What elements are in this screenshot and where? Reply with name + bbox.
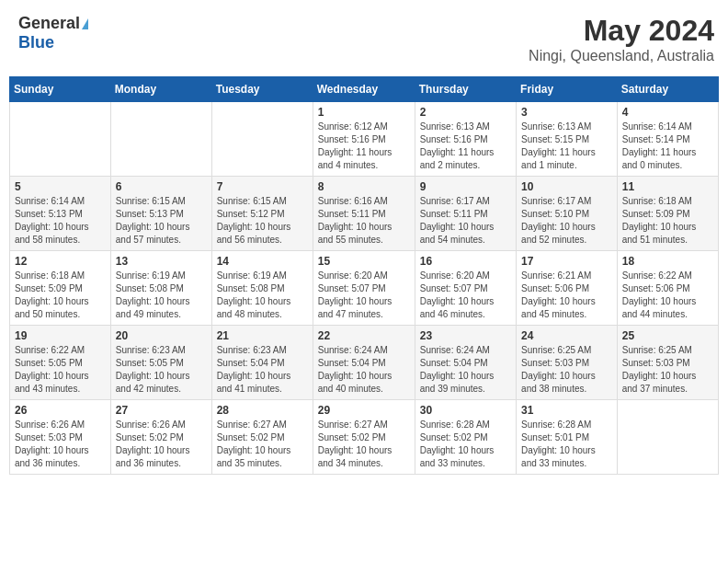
column-header-saturday: Saturday bbox=[617, 77, 718, 102]
month-title: May 2024 bbox=[529, 14, 714, 48]
day-info: Sunrise: 6:15 AM Sunset: 5:12 PM Dayligh… bbox=[217, 195, 308, 247]
day-number: 21 bbox=[217, 329, 308, 342]
day-number: 28 bbox=[217, 404, 308, 417]
week-row-3: 12Sunrise: 6:18 AM Sunset: 5:09 PM Dayli… bbox=[10, 251, 719, 326]
day-number: 5 bbox=[15, 180, 106, 193]
day-info: Sunrise: 6:17 AM Sunset: 5:10 PM Dayligh… bbox=[521, 195, 612, 247]
day-cell: 12Sunrise: 6:18 AM Sunset: 5:09 PM Dayli… bbox=[10, 251, 111, 326]
day-number: 11 bbox=[622, 180, 713, 193]
day-number: 3 bbox=[521, 106, 612, 119]
logo-triangle-icon bbox=[82, 18, 88, 29]
day-number: 18 bbox=[622, 255, 713, 268]
day-number: 15 bbox=[318, 255, 410, 268]
day-cell: 19Sunrise: 6:22 AM Sunset: 5:05 PM Dayli… bbox=[10, 326, 111, 400]
day-cell: 7Sunrise: 6:15 AM Sunset: 5:12 PM Daylig… bbox=[211, 177, 313, 251]
week-row-4: 19Sunrise: 6:22 AM Sunset: 5:05 PM Dayli… bbox=[10, 326, 719, 400]
column-header-thursday: Thursday bbox=[415, 77, 516, 102]
day-number: 4 bbox=[622, 106, 713, 119]
day-cell: 21Sunrise: 6:23 AM Sunset: 5:04 PM Dayli… bbox=[211, 326, 313, 400]
day-info: Sunrise: 6:24 AM Sunset: 5:04 PM Dayligh… bbox=[318, 344, 410, 396]
logo: General Blue bbox=[18, 14, 88, 52]
day-number: 2 bbox=[420, 106, 511, 119]
day-info: Sunrise: 6:20 AM Sunset: 5:07 PM Dayligh… bbox=[318, 270, 410, 321]
day-info: Sunrise: 6:26 AM Sunset: 5:03 PM Dayligh… bbox=[15, 419, 106, 470]
day-cell: 31Sunrise: 6:28 AM Sunset: 5:01 PM Dayli… bbox=[517, 400, 618, 475]
day-number: 22 bbox=[318, 329, 410, 342]
logo-blue-text: Blue bbox=[18, 33, 54, 52]
day-number: 1 bbox=[318, 106, 410, 119]
day-cell: 10Sunrise: 6:17 AM Sunset: 5:10 PM Dayli… bbox=[517, 177, 618, 251]
day-cell: 1Sunrise: 6:12 AM Sunset: 5:16 PM Daylig… bbox=[313, 102, 415, 177]
week-row-2: 5Sunrise: 6:14 AM Sunset: 5:13 PM Daylig… bbox=[10, 177, 719, 251]
day-cell: 9Sunrise: 6:17 AM Sunset: 5:11 PM Daylig… bbox=[415, 177, 516, 251]
column-header-wednesday: Wednesday bbox=[313, 77, 415, 102]
day-number: 31 bbox=[521, 404, 612, 417]
day-info: Sunrise: 6:19 AM Sunset: 5:08 PM Dayligh… bbox=[217, 270, 308, 321]
calendar-table: SundayMondayTuesdayWednesdayThursdayFrid… bbox=[9, 76, 719, 475]
day-info: Sunrise: 6:27 AM Sunset: 5:02 PM Dayligh… bbox=[217, 419, 308, 470]
day-cell: 30Sunrise: 6:28 AM Sunset: 5:02 PM Dayli… bbox=[415, 400, 516, 475]
day-cell: 27Sunrise: 6:26 AM Sunset: 5:02 PM Dayli… bbox=[110, 400, 211, 475]
day-number: 8 bbox=[318, 180, 410, 193]
day-info: Sunrise: 6:25 AM Sunset: 5:03 PM Dayligh… bbox=[622, 344, 713, 396]
day-number: 9 bbox=[420, 180, 511, 193]
day-number: 26 bbox=[15, 404, 106, 417]
day-info: Sunrise: 6:22 AM Sunset: 5:05 PM Dayligh… bbox=[15, 344, 106, 396]
day-cell bbox=[110, 102, 211, 177]
day-number: 24 bbox=[521, 329, 612, 342]
day-number: 20 bbox=[116, 329, 207, 342]
column-header-sunday: Sunday bbox=[10, 77, 111, 102]
day-info: Sunrise: 6:16 AM Sunset: 5:11 PM Dayligh… bbox=[318, 195, 410, 247]
day-info: Sunrise: 6:28 AM Sunset: 5:02 PM Dayligh… bbox=[420, 419, 511, 470]
day-number: 30 bbox=[420, 404, 511, 417]
day-info: Sunrise: 6:14 AM Sunset: 5:14 PM Dayligh… bbox=[622, 121, 713, 172]
day-info: Sunrise: 6:24 AM Sunset: 5:04 PM Dayligh… bbox=[420, 344, 511, 396]
day-number: 14 bbox=[217, 255, 308, 268]
day-cell bbox=[211, 102, 313, 177]
column-header-tuesday: Tuesday bbox=[211, 77, 313, 102]
day-cell: 29Sunrise: 6:27 AM Sunset: 5:02 PM Dayli… bbox=[313, 400, 415, 475]
day-number: 12 bbox=[15, 255, 106, 268]
day-cell: 11Sunrise: 6:18 AM Sunset: 5:09 PM Dayli… bbox=[617, 177, 718, 251]
day-cell bbox=[617, 400, 718, 475]
day-number: 23 bbox=[420, 329, 511, 342]
header-row: SundayMondayTuesdayWednesdayThursdayFrid… bbox=[10, 77, 719, 102]
day-info: Sunrise: 6:21 AM Sunset: 5:06 PM Dayligh… bbox=[521, 270, 612, 321]
day-info: Sunrise: 6:12 AM Sunset: 5:16 PM Dayligh… bbox=[318, 121, 410, 172]
day-number: 25 bbox=[622, 329, 713, 342]
day-info: Sunrise: 6:13 AM Sunset: 5:16 PM Dayligh… bbox=[420, 121, 511, 172]
column-header-friday: Friday bbox=[517, 77, 618, 102]
week-row-5: 26Sunrise: 6:26 AM Sunset: 5:03 PM Dayli… bbox=[10, 400, 719, 475]
day-number: 10 bbox=[521, 180, 612, 193]
day-cell: 25Sunrise: 6:25 AM Sunset: 5:03 PM Dayli… bbox=[617, 326, 718, 400]
day-cell: 23Sunrise: 6:24 AM Sunset: 5:04 PM Dayli… bbox=[415, 326, 516, 400]
day-number: 19 bbox=[15, 329, 106, 342]
header: General Blue May 2024 Ningi, Queensland,… bbox=[9, 9, 719, 69]
day-cell: 8Sunrise: 6:16 AM Sunset: 5:11 PM Daylig… bbox=[313, 177, 415, 251]
day-cell: 15Sunrise: 6:20 AM Sunset: 5:07 PM Dayli… bbox=[313, 251, 415, 326]
day-info: Sunrise: 6:28 AM Sunset: 5:01 PM Dayligh… bbox=[521, 419, 612, 470]
day-info: Sunrise: 6:23 AM Sunset: 5:04 PM Dayligh… bbox=[217, 344, 308, 396]
day-number: 16 bbox=[420, 255, 511, 268]
day-cell: 22Sunrise: 6:24 AM Sunset: 5:04 PM Dayli… bbox=[313, 326, 415, 400]
week-row-1: 1Sunrise: 6:12 AM Sunset: 5:16 PM Daylig… bbox=[10, 102, 719, 177]
day-cell: 17Sunrise: 6:21 AM Sunset: 5:06 PM Dayli… bbox=[517, 251, 618, 326]
day-number: 13 bbox=[116, 255, 207, 268]
day-cell: 28Sunrise: 6:27 AM Sunset: 5:02 PM Dayli… bbox=[211, 400, 313, 475]
day-info: Sunrise: 6:18 AM Sunset: 5:09 PM Dayligh… bbox=[622, 195, 713, 247]
day-cell: 6Sunrise: 6:15 AM Sunset: 5:13 PM Daylig… bbox=[110, 177, 211, 251]
column-header-monday: Monday bbox=[110, 77, 211, 102]
day-cell: 14Sunrise: 6:19 AM Sunset: 5:08 PM Dayli… bbox=[211, 251, 313, 326]
day-cell: 13Sunrise: 6:19 AM Sunset: 5:08 PM Dayli… bbox=[110, 251, 211, 326]
day-info: Sunrise: 6:23 AM Sunset: 5:05 PM Dayligh… bbox=[116, 344, 207, 396]
day-info: Sunrise: 6:25 AM Sunset: 5:03 PM Dayligh… bbox=[521, 344, 612, 396]
title-area: May 2024 Ningi, Queensland, Australia bbox=[529, 14, 714, 64]
day-number: 6 bbox=[116, 180, 207, 193]
location-title: Ningi, Queensland, Australia bbox=[529, 48, 714, 64]
day-info: Sunrise: 6:15 AM Sunset: 5:13 PM Dayligh… bbox=[116, 195, 207, 247]
day-number: 17 bbox=[521, 255, 612, 268]
day-number: 7 bbox=[217, 180, 308, 193]
day-info: Sunrise: 6:20 AM Sunset: 5:07 PM Dayligh… bbox=[420, 270, 511, 321]
day-cell: 4Sunrise: 6:14 AM Sunset: 5:14 PM Daylig… bbox=[617, 102, 718, 177]
day-info: Sunrise: 6:14 AM Sunset: 5:13 PM Dayligh… bbox=[15, 195, 106, 247]
